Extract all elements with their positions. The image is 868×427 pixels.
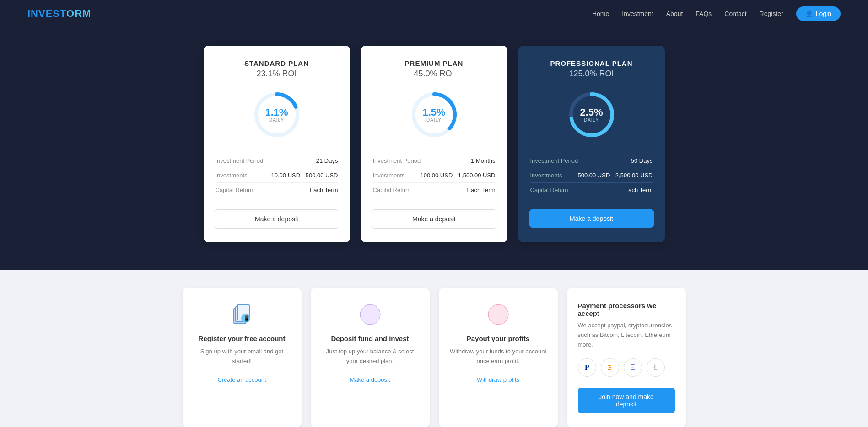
table-row: Investment Period 50 Days xyxy=(530,154,653,168)
payout-icon: 💹 xyxy=(485,302,511,327)
detail-label: Investment Period xyxy=(373,157,421,164)
payout-title: Payout your profits xyxy=(450,335,547,342)
nav-contact[interactable]: Contact xyxy=(724,10,746,17)
detail-value: 1 Months xyxy=(471,157,495,164)
detail-label: Investments xyxy=(373,172,405,179)
bottom-grid: 📱 Register your free account Sign up wit… xyxy=(183,288,686,427)
standard-circle: 1.1% DAILY xyxy=(252,90,302,140)
litecoin-icon: Ł xyxy=(647,358,665,377)
payout-link[interactable]: Withdraw profits xyxy=(477,376,519,383)
nav-home[interactable]: Home xyxy=(592,10,609,17)
svg-point-13 xyxy=(488,304,508,325)
table-row: Investments 500.00 USD - 2,500.00 USD xyxy=(530,168,653,183)
standard-percent: 1.1% xyxy=(265,107,288,117)
premium-plan-card: PREMIUM PLAN 45.0% ROI 1.5% DAILY Invest… xyxy=(361,46,507,242)
premium-circle: 1.5% DAILY xyxy=(409,90,459,140)
payment-icons: 𝐏 ₿ Ξ Ł xyxy=(578,358,675,377)
detail-value: 500.00 USD - 2,500.00 USD xyxy=(577,172,652,179)
professional-plan-roi: 125.0% ROI xyxy=(529,69,654,79)
table-row: Capital Return Each Term xyxy=(373,183,496,197)
standard-plan-card: STANDARD PLAN 23.1% ROI 1.1% DAILY Inves… xyxy=(204,46,350,242)
table-row: Capital Return Each Term xyxy=(216,183,338,197)
deposit-icon: 💸 xyxy=(357,302,383,327)
deposit-title: Deposit fund and invest xyxy=(322,335,419,342)
bitcoin-icon: ₿ xyxy=(601,358,619,377)
deposit-link[interactable]: Make a deposit xyxy=(350,376,390,383)
standard-daily-label: DAILY xyxy=(265,117,288,123)
payment-title: Payment processors we accept xyxy=(578,302,675,317)
payment-desc: We accept paypal, cryptocurrencies such … xyxy=(578,321,675,349)
deposit-card: 💸 Deposit fund and invest Just top up yo… xyxy=(311,288,430,427)
login-label: Login xyxy=(816,10,831,17)
register-link[interactable]: Create an account xyxy=(217,376,266,383)
nav-faqs[interactable]: FAQs xyxy=(695,10,712,17)
login-button[interactable]: 👤 Login xyxy=(796,6,841,21)
hero-section: STANDARD PLAN 23.1% ROI 1.1% DAILY Inves… xyxy=(0,27,868,270)
professional-daily-label: DAILY xyxy=(580,117,603,123)
detail-label: Investments xyxy=(530,172,562,179)
premium-details: Investment Period 1 Months Investments 1… xyxy=(372,153,496,198)
register-icon: 📱 xyxy=(229,302,255,327)
standard-plan-name: STANDARD PLAN xyxy=(215,59,339,67)
svg-text:📱: 📱 xyxy=(243,315,250,322)
premium-deposit-button[interactable]: Make a deposit xyxy=(372,209,496,229)
table-row: Investments 10.00 USD - 500.00 USD xyxy=(216,168,338,183)
logo-text: INVESTORM xyxy=(27,8,91,19)
nav-links: Home Investment About FAQs Contact Regis… xyxy=(592,6,841,21)
detail-value: Each Term xyxy=(310,187,338,193)
nav-investment[interactable]: Investment xyxy=(622,10,653,17)
join-button[interactable]: Join now and make deposit xyxy=(578,388,675,413)
professional-plan-card: PROFESSIONAL PLAN 125.0% ROI 2.5% DAILY … xyxy=(518,46,665,242)
detail-label: Capital Return xyxy=(530,187,568,193)
table-row: Capital Return Each Term xyxy=(530,183,653,197)
detail-value: 10.00 USD - 500.00 USD xyxy=(271,172,338,179)
nav-register[interactable]: Register xyxy=(760,10,783,17)
payout-card: 💹 Payout your profits Withdraw your fund… xyxy=(439,288,558,427)
register-desc: Sign up with your email and get started! xyxy=(194,347,291,366)
bottom-section: 📱 Register your free account Sign up wit… xyxy=(0,270,868,427)
logo: INVESTORM xyxy=(27,8,91,20)
detail-label: Investment Period xyxy=(530,157,578,164)
premium-daily-label: DAILY xyxy=(422,117,445,123)
detail-label: Capital Return xyxy=(216,187,253,193)
detail-value: 100.00 USD - 1,500.00 USD xyxy=(420,172,495,179)
plans-container: STANDARD PLAN 23.1% ROI 1.1% DAILY Inves… xyxy=(183,46,686,242)
standard-deposit-button[interactable]: Make a deposit xyxy=(215,209,339,229)
premium-plan-roi: 45.0% ROI xyxy=(372,69,496,79)
user-icon: 👤 xyxy=(805,10,813,17)
deposit-desc: Just top up your balance & select your d… xyxy=(322,347,419,366)
paypal-icon: 𝐏 xyxy=(578,358,596,377)
detail-label: Investments xyxy=(216,172,248,179)
premium-plan-name: PREMIUM PLAN xyxy=(372,59,496,67)
payout-desc: Withdraw your funds to your account once… xyxy=(450,347,547,366)
ethereum-icon: Ξ xyxy=(624,358,642,377)
register-title: Register your free account xyxy=(194,335,291,342)
navbar: INVESTORM Home Investment About FAQs Con… xyxy=(0,0,868,27)
payment-card: Payment processors we accept We accept p… xyxy=(567,288,686,427)
professional-deposit-button[interactable]: Make a deposit xyxy=(529,209,654,228)
detail-label: Capital Return xyxy=(373,187,411,193)
table-row: Investment Period 1 Months xyxy=(373,154,496,168)
table-row: Investments 100.00 USD - 1,500.00 USD xyxy=(373,168,496,183)
detail-value: 21 Days xyxy=(316,157,338,164)
register-card: 📱 Register your free account Sign up wit… xyxy=(183,288,302,427)
professional-plan-name: PROFESSIONAL PLAN xyxy=(529,59,654,67)
detail-label: Investment Period xyxy=(216,157,264,164)
detail-value: Each Term xyxy=(467,187,496,193)
detail-value: 50 Days xyxy=(631,157,653,164)
professional-percent: 2.5% xyxy=(580,107,603,117)
detail-value: Each Term xyxy=(625,187,653,193)
professional-details: Investment Period 50 Days Investments 50… xyxy=(529,153,654,198)
standard-details: Investment Period 21 Days Investments 10… xyxy=(215,153,339,198)
table-row: Investment Period 21 Days xyxy=(216,154,338,168)
nav-about[interactable]: About xyxy=(666,10,683,17)
standard-plan-roi: 23.1% ROI xyxy=(215,69,339,79)
svg-point-11 xyxy=(360,304,380,325)
premium-percent: 1.5% xyxy=(422,107,445,117)
professional-circle: 2.5% DAILY xyxy=(566,90,617,140)
